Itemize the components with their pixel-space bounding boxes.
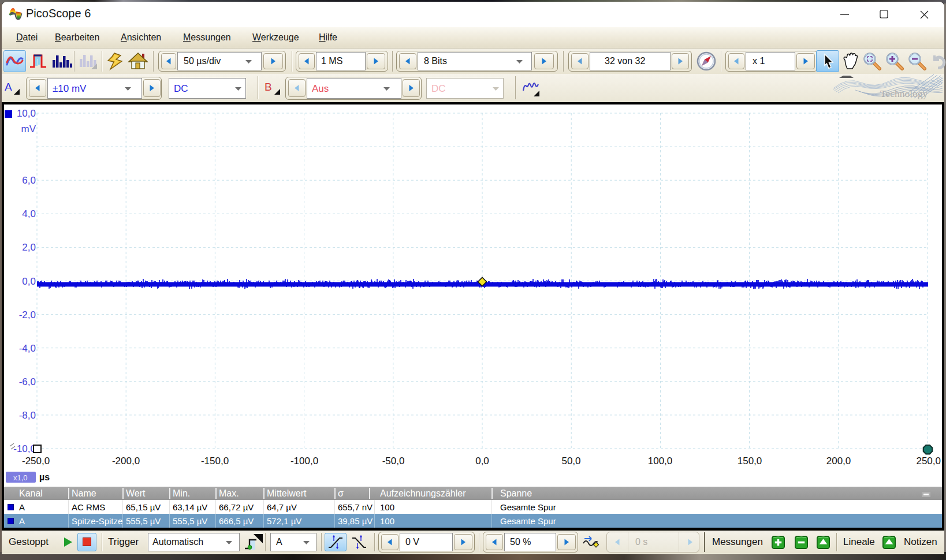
svg-text:6,0: 6,0: [22, 175, 36, 186]
svg-text:-200,0: -200,0: [112, 456, 140, 466]
svg-text:150,0: 150,0: [738, 456, 762, 466]
svg-text:4,0: 4,0: [22, 208, 36, 219]
svg-text:10,0: 10,0: [17, 108, 36, 119]
svg-text:-250,0: -250,0: [22, 456, 50, 466]
svg-text:100,0: 100,0: [648, 456, 673, 466]
svg-text:mV: mV: [21, 124, 36, 135]
svg-text:Technology: Technology: [880, 88, 928, 99]
svg-text:0,0: 0,0: [22, 276, 36, 287]
svg-text:250,0: 250,0: [916, 456, 941, 466]
svg-text:-8,0: -8,0: [19, 410, 36, 421]
svg-text:0,0: 0,0: [475, 456, 489, 466]
svg-text:-150,0: -150,0: [201, 456, 229, 466]
svg-text:50,0: 50,0: [561, 456, 580, 466]
svg-text:-50,0: -50,0: [382, 456, 405, 466]
svg-text:-100,0: -100,0: [290, 456, 318, 466]
svg-text:200,0: 200,0: [826, 456, 851, 466]
svg-text:-6,0: -6,0: [19, 376, 36, 387]
svg-text:2,0: 2,0: [22, 242, 36, 253]
svg-text:-2,0: -2,0: [19, 309, 36, 320]
svg-text:-4,0: -4,0: [19, 343, 36, 354]
svg-text:-10,0: -10,0: [13, 443, 36, 454]
